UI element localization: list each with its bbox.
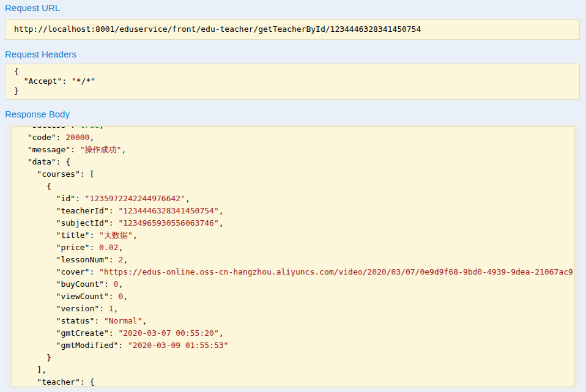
json-line: "data": { <box>18 156 574 168</box>
response-body-heading: Response Body <box>5 109 580 119</box>
json-line: "status": "Normal", <box>18 315 574 327</box>
json-line: "teacher": { <box>18 376 574 386</box>
json-line: "buyCount": 0, <box>18 278 574 290</box>
json-line: { <box>18 180 574 193</box>
json-line: "price": 0.02, <box>18 242 574 254</box>
json-line: "courses": [ <box>18 168 574 180</box>
response-body-scroll-area[interactable]: "success": true, "code": 20000, "message… <box>11 126 575 386</box>
json-line: "gmtModified": "2020-03-09 01:55:53" <box>18 339 574 352</box>
json-line: "message": "操作成功", <box>18 144 574 156</box>
json-line: "lessonNum": 2, <box>18 254 574 266</box>
json-line: "teacherId": "1234446328341450754", <box>18 205 574 217</box>
request-headers-json: { "Accept": "*/*" } <box>5 64 580 100</box>
json-line: "gmtCreate": "2020-03-07 00:55:20", <box>18 327 574 339</box>
json-line: "version": 1, <box>18 303 574 315</box>
request-url-heading: Request URL <box>5 2 580 13</box>
response-body-container: "success": true, "code": 20000, "message… <box>5 124 580 390</box>
json-line: } <box>18 352 574 364</box>
json-line: ], <box>18 364 574 376</box>
json-line: "subjectId": "1234965930556063746", <box>18 217 574 229</box>
json-line: "id": "1235972242244976642", <box>18 193 574 205</box>
request-url-value: http://localhost:8001/eduservice/front/e… <box>5 19 580 40</box>
json-line: "viewCount": 0, <box>18 290 574 303</box>
json-line: "cover": "https://edus-online.oss-cn-han… <box>18 266 574 278</box>
response-body-json: "success": true, "code": 20000, "message… <box>18 126 574 386</box>
json-line: "code": 20000, <box>18 131 574 144</box>
request-headers-heading: Request Headers <box>5 49 580 59</box>
operation-response-panel: Request URL http://localhost:8001/eduser… <box>5 2 580 390</box>
json-line: "success": true, <box>18 126 574 131</box>
json-line: "title": "大数据", <box>18 229 574 242</box>
